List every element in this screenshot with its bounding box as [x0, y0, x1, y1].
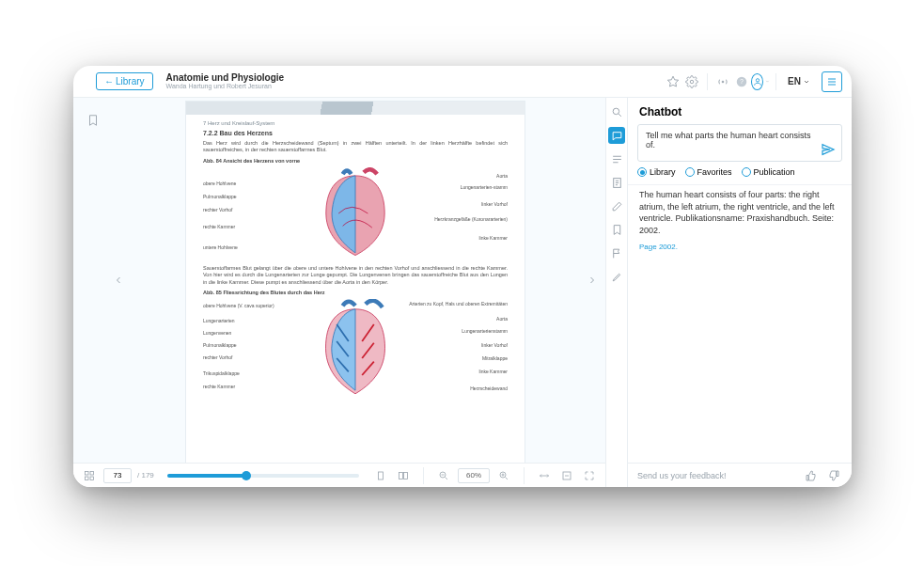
diagram-label: Herzscheidewand	[470, 385, 508, 391]
page: 7 Herz und Kreislauf-System 7.2.2 Bau de…	[186, 102, 525, 463]
thumbnails-icon[interactable]	[81, 467, 98, 484]
search-icon[interactable]	[608, 103, 625, 120]
toc-icon[interactable]	[608, 150, 625, 167]
diagram-label: linke Kammer	[478, 235, 508, 241]
prev-page-button[interactable]	[113, 98, 124, 463]
svg-rect-5	[86, 471, 89, 475]
chat-icon[interactable]	[608, 127, 625, 144]
chat-answer: The human heart consists of four parts: …	[628, 184, 852, 463]
page-slider[interactable]	[167, 469, 359, 482]
scope-label: Publication	[754, 167, 795, 177]
thumbs-up-icon[interactable]	[803, 467, 820, 484]
diagram-label: Lungenarterien	[203, 318, 235, 323]
language-selector[interactable]: EN	[782, 76, 816, 86]
svg-text:?: ?	[740, 78, 744, 85]
help-icon[interactable]: ?	[732, 72, 751, 91]
bookmark-icon[interactable]	[608, 221, 625, 238]
settings-gear-icon[interactable]	[682, 72, 701, 91]
scope-label: Favorites	[697, 167, 732, 177]
highlight-icon[interactable]	[608, 268, 625, 285]
svg-point-15	[613, 108, 619, 115]
chatbot-panel: Chatbot Tell me what parts the human hea…	[628, 98, 852, 487]
svg-rect-7	[86, 477, 89, 480]
svg-rect-9	[379, 472, 384, 480]
doc-title: Anatomie und Physiologie	[166, 72, 285, 83]
left-gutter	[73, 98, 113, 463]
svg-point-4	[756, 78, 759, 81]
thumbs-down-icon[interactable]	[825, 467, 842, 484]
scope-radio-publication[interactable]: Publication	[742, 167, 795, 177]
diagram-label: obere Hohlvene	[203, 181, 236, 186]
chat-answer-link[interactable]: Page 2002.	[639, 242, 840, 252]
bookmark-ribbon-icon[interactable]	[86, 112, 100, 129]
diagram-label: Aorta	[496, 173, 508, 179]
page-total: / 179	[137, 471, 154, 480]
diagram-label: Lungenvenen	[203, 330, 231, 336]
reader-body: 7 Herz und Kreislauf-System 7.2.2 Bau de…	[73, 98, 605, 463]
diagram-label: rechter Vorhof	[203, 207, 232, 212]
main-row: 7 Herz und Kreislauf-System 7.2.2 Bau de…	[73, 98, 852, 487]
chat-scope-row: Library Favorites Publication	[628, 167, 852, 184]
svg-point-1	[722, 81, 724, 83]
page-header-banner	[186, 102, 525, 115]
diagram-label: Pulmonalklappe	[203, 342, 237, 348]
chat-panel-footer: Send us your feedback!	[628, 463, 852, 487]
diagram-label: rechte Kammer	[203, 384, 235, 389]
fig2-caption: Abb. 85 Fliessrichtung des Blutes durch …	[203, 290, 508, 295]
heart-diagram-1: obere Hohlvene Pulmonalklappe rechter Vo…	[203, 167, 508, 261]
zoom-percent[interactable]: 60%	[458, 468, 490, 483]
zoom-out-icon[interactable]	[435, 467, 452, 484]
two-page-icon[interactable]	[395, 467, 412, 484]
doc-title-block: Anatomie und Physiologie Wanda Hartung u…	[166, 72, 285, 90]
broadcast-icon[interactable]	[713, 72, 732, 91]
user-avatar[interactable]	[751, 72, 770, 91]
library-button[interactable]: ← Library	[96, 72, 153, 90]
reader: 7 Herz und Kreislauf-System 7.2.2 Bau de…	[73, 98, 605, 487]
scope-radio-favorites[interactable]: Favorites	[685, 167, 732, 177]
diagram-label: Herzkranzgefäße (Koronararterien)	[434, 216, 508, 222]
diagram-label: Lungenarterien-stamm	[461, 184, 508, 190]
chat-input-box: Tell me what parts the human heart consi…	[637, 124, 842, 162]
svg-rect-8	[90, 477, 94, 480]
diagram-label: Mitralklappe	[482, 355, 508, 361]
next-page-button[interactable]	[587, 98, 598, 463]
diagram-label: linker Vorhof	[481, 342, 508, 348]
section-paragraph: Das Herz wird durch die Herzscheidewand …	[203, 140, 508, 154]
zoom-in-icon[interactable]	[495, 467, 512, 484]
diagram-label: linke Kammer	[478, 369, 508, 374]
reader-footer: / 179 60%	[73, 463, 605, 487]
svg-rect-6	[90, 471, 94, 475]
svg-rect-10	[399, 472, 403, 479]
edit-icon[interactable]	[608, 197, 625, 214]
fit-width-icon[interactable]	[536, 467, 553, 484]
diagram-label: Trikuspidalklappe	[203, 370, 240, 376]
svg-rect-11	[404, 472, 408, 479]
diagram-label: rechte Kammer	[203, 224, 235, 229]
single-page-icon[interactable]	[372, 467, 389, 484]
diagram-label: rechter Vorhof	[203, 354, 232, 360]
page-number-input[interactable]	[103, 468, 132, 483]
diagram-label: linker Vorhof	[481, 201, 508, 207]
svg-point-0	[690, 80, 694, 84]
send-icon[interactable]	[821, 142, 836, 157]
topbar: ← Library Anatomie und Physiologie Wanda…	[73, 66, 852, 98]
scope-label: Library	[650, 167, 676, 177]
fullscreen-icon[interactable]	[581, 467, 598, 484]
diagram-label: obere Hohlvene (V. cava superior)	[203, 303, 274, 308]
app-window: ← Library Anatomie und Physiologie Wanda…	[73, 66, 852, 487]
diagram-label: Aorta	[496, 316, 508, 322]
library-button-label: Library	[116, 76, 145, 86]
flag-icon[interactable]	[608, 244, 625, 261]
notes-icon[interactable]	[608, 174, 625, 191]
fit-page-icon[interactable]	[558, 467, 575, 484]
favorite-star-icon[interactable]	[664, 72, 682, 91]
chat-input[interactable]: Tell me what parts the human heart consi…	[646, 131, 815, 149]
mid-paragraph: Sauerstoffarmes Blut gelangt über die ob…	[203, 265, 508, 286]
feedback-prompt: Send us your feedback!	[637, 471, 727, 480]
chapter-line: 7 Herz und Kreislauf-System	[203, 120, 508, 126]
diagram-label: Pulmonalklappe	[203, 194, 237, 199]
doc-authors: Wanda Hartung und Robert Jesuran	[166, 83, 285, 90]
panel-toggle-button[interactable]	[822, 71, 842, 92]
scope-radio-library[interactable]: Library	[637, 167, 676, 177]
language-label: EN	[788, 76, 801, 86]
